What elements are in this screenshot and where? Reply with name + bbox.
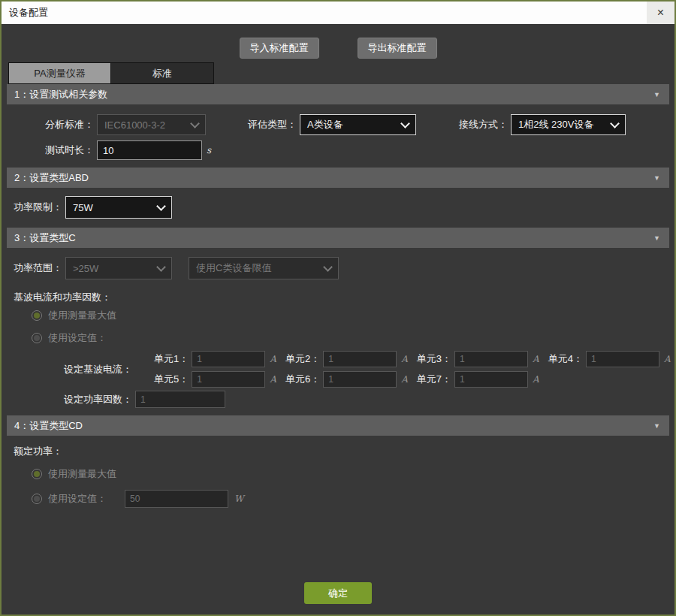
unit3-input (454, 351, 528, 367)
section-type-cd-header[interactable]: 4：设置类型CD ▼ (7, 415, 669, 436)
confirm-button[interactable]: 确定 (304, 582, 372, 604)
unit2-unit: A (401, 354, 408, 364)
chevron-down-icon (323, 262, 333, 272)
section-type-c-header[interactable]: 3：设置类型C ▼ (7, 228, 669, 248)
unit6-label: 单元6： (285, 373, 320, 386)
power-range-label: 功率范围： (14, 261, 62, 275)
rated-power-unit: W (234, 494, 243, 504)
unit7-unit: A (533, 374, 539, 385)
unit1-label: 单元1： (154, 352, 189, 366)
analysis-standard-label: 分析标准： (45, 118, 94, 131)
collapse-arrow-icon[interactable]: ▼ (653, 91, 660, 98)
radio-rated-use-measured-max-icon (32, 469, 42, 479)
power-range-select: >25W (65, 257, 172, 279)
section-test-params-header[interactable]: 1：设置测试相关参数 ▼ (7, 84, 669, 104)
export-standard-config-button[interactable]: 导出标准配置 (358, 38, 437, 59)
test-duration-input[interactable] (97, 140, 202, 160)
radio-rated-use-set-value-label: 使用设定值： (48, 492, 107, 506)
tab-bar: PA测量仪器 标准 (8, 62, 669, 84)
unit-inputs-grid: 单元1： A 单元2： A 单元3： (154, 351, 676, 388)
unit5-field: 单元5： A (154, 371, 276, 388)
radio-use-measured-max-icon (32, 310, 42, 321)
unit2-field: 单元2： A (285, 351, 408, 367)
wiring-mode-select[interactable]: 1相2线 230V设备 (511, 114, 626, 135)
radio-use-set-value-icon (32, 333, 42, 343)
unit3-field: 单元3： A (417, 351, 539, 367)
chevron-down-icon (156, 262, 166, 272)
wiring-mode-label: 接线方式： (459, 118, 508, 131)
chevron-down-icon (610, 119, 620, 128)
unit5-input (192, 371, 265, 388)
section-type-cd-body: 额定功率： 使用测量最大值 使用设定值： W (7, 445, 669, 508)
rated-power-input (125, 490, 228, 508)
power-factor-label: 设定功率因数： (64, 393, 132, 406)
radio-rated-use-set-value-icon (32, 494, 42, 504)
fundamental-current-settings: 设定基波电流： 单元1： A 单元2： A (64, 351, 669, 388)
power-limit-select[interactable]: 75W (65, 196, 172, 219)
section-type-c-body: 功率范围： >25W 使用C类设备限值 基波电流和功率因数： 使用测量最大值 (7, 257, 669, 408)
evaluation-type-select[interactable]: A类设备 (300, 114, 416, 135)
import-standard-config-button[interactable]: 导入标准配置 (240, 38, 319, 59)
unit2-input (323, 351, 397, 367)
unit1-field: 单元1： A (154, 351, 276, 367)
set-fundamental-current-label: 设定基波电流： (64, 363, 132, 376)
c-class-limit-value: 使用C类设备限值 (196, 261, 271, 275)
unit4-label: 单元4： (548, 352, 583, 366)
tab-pa-instrument[interactable]: PA测量仪器 (8, 62, 111, 84)
config-toolbar: 导入标准配置 导出标准配置 (7, 38, 669, 59)
section-type-abd-header[interactable]: 2：设置类型ABD ▼ (7, 168, 669, 188)
section-test-params-body: 分析标准： IEC61000-3-2 评估类型： A类设备 接线方式： 1相2线… (7, 114, 669, 160)
section-title: 1：设置测试相关参数 (14, 88, 107, 101)
close-icon[interactable]: × (647, 2, 674, 24)
power-limit-value: 75W (73, 202, 93, 213)
unit5-label: 单元5： (154, 373, 189, 386)
unit1-input (192, 351, 265, 367)
chevron-down-icon (400, 119, 410, 128)
tab-standard[interactable]: 标准 (111, 62, 214, 84)
radio-rated-use-measured-max-label: 使用测量最大值 (48, 467, 116, 481)
dialog-footer: 确定 (2, 582, 674, 604)
power-range-value: >25W (73, 263, 98, 274)
power-limit-label: 功率限制： (14, 201, 62, 214)
section-type-cd: 4：设置类型CD ▼ 额定功率： 使用测量最大值 使用设定值： W (7, 415, 669, 508)
radio-use-set-value-label: 使用设定值： (48, 331, 107, 345)
section-type-abd-body: 功率限制： 75W (7, 196, 669, 219)
section-test-params: 1：设置测试相关参数 ▼ 分析标准： IEC61000-3-2 评估类型： A类… (7, 84, 669, 160)
unit3-unit: A (533, 354, 539, 364)
wiring-mode-value: 1相2线 230V设备 (518, 118, 593, 131)
unit5-unit: A (270, 374, 276, 385)
section-type-c: 3：设置类型C ▼ 功率范围： >25W 使用C类设备限值 基波电流和功率 (7, 228, 669, 408)
dialog-body: 导入标准配置 导出标准配置 PA测量仪器 标准 1：设置测试相关参数 ▼ 分析标… (2, 38, 674, 508)
section-title: 2：设置类型ABD (14, 171, 89, 185)
unit4-input (586, 351, 659, 367)
unit3-label: 单元3： (417, 352, 451, 366)
evaluation-type-label: 评估类型： (248, 118, 297, 131)
analysis-standard-value: IEC61000-3-2 (104, 119, 165, 131)
unit7-label: 单元7： (417, 373, 451, 386)
evaluation-type-value: A类设备 (307, 118, 343, 131)
unit1-unit: A (270, 354, 276, 364)
unit7-field: 单元7： A (417, 371, 539, 388)
power-factor-input (135, 391, 225, 408)
section-title: 3：设置类型C (14, 231, 76, 245)
unit2-label: 单元2： (285, 352, 320, 366)
window-title: 设备配置 (9, 6, 48, 20)
chevron-down-icon (156, 201, 166, 211)
unit7-input (454, 371, 528, 388)
section-title: 4：设置类型CD (14, 419, 83, 433)
device-config-window: 设备配置 × 导入标准配置 导出标准配置 PA测量仪器 标准 1：设置测试相关参… (0, 0, 676, 616)
collapse-arrow-icon[interactable]: ▼ (653, 422, 660, 430)
radio-use-measured-max-label: 使用测量最大值 (48, 309, 116, 322)
c-class-limit-select: 使用C类设备限值 (189, 257, 339, 279)
titlebar: 设备配置 × (2, 2, 674, 24)
analysis-standard-select: IEC61000-3-2 (97, 114, 206, 135)
test-duration-unit: s (207, 145, 211, 156)
unit4-unit: A (664, 354, 671, 364)
unit6-field: 单元6： A (285, 371, 408, 388)
chevron-down-icon (190, 119, 200, 128)
collapse-arrow-icon[interactable]: ▼ (653, 234, 660, 242)
rated-power-label: 额定功率： (14, 445, 62, 458)
unit6-unit: A (401, 374, 408, 385)
collapse-arrow-icon[interactable]: ▼ (653, 174, 660, 182)
section-type-abd: 2：设置类型ABD ▼ 功率限制： 75W (7, 168, 669, 219)
